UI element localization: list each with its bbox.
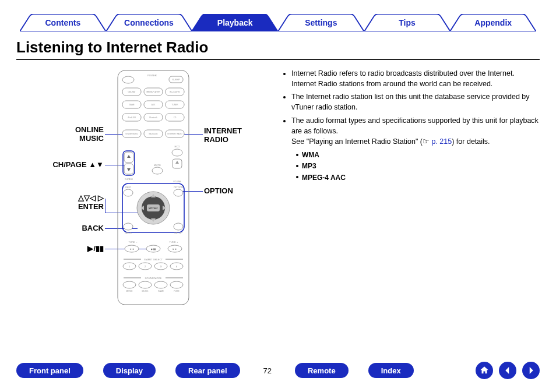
- svg-text:TUNER: TUNER: [172, 104, 179, 106]
- footer-button-remote[interactable]: Remote: [295, 363, 349, 378]
- svg-text:VOLUME: VOLUME: [173, 181, 181, 183]
- svg-text:AUX: AUX: [152, 104, 156, 106]
- svg-text:GAME: GAME: [129, 104, 134, 106]
- footer-nav: Front panelDisplayRear panel 72 RemoteIn…: [16, 362, 540, 379]
- body-text: Internet Radio refers to radio broadcast…: [283, 68, 540, 319]
- svg-text:MEDIA PLAYER: MEDIA PLAYER: [146, 91, 160, 93]
- tab-connections[interactable]: Connections: [106, 14, 192, 31]
- prev-icon[interactable]: [499, 362, 516, 379]
- page-title: Listening to Internet Radio: [16, 38, 540, 56]
- top-tabs: ContentsConnectionsPlaybackSettingsTipsA…: [16, 14, 540, 31]
- svg-text:iPod/USB: iPod/USB: [128, 116, 136, 119]
- tab-appendix[interactable]: Appendix: [450, 14, 536, 31]
- svg-text:SETUP: SETUP: [174, 231, 182, 234]
- format-mpeg-4-aac: MPEG-4 AAC: [296, 173, 540, 183]
- footer-button-display[interactable]: Display: [103, 363, 156, 378]
- svg-point-73: [123, 281, 136, 288]
- callout-playpause: ▶/▮▮: [16, 244, 104, 253]
- svg-text:►►: ►►: [173, 248, 177, 250]
- svg-point-41: [124, 189, 133, 196]
- svg-text:BACK: BACK: [125, 231, 132, 234]
- svg-point-1: [122, 76, 134, 83]
- svg-text:TUNE –: TUNE –: [129, 241, 138, 243]
- footer-button-front-panel[interactable]: Front panel: [16, 363, 83, 378]
- svg-text:◄◄: ◄◄: [129, 248, 134, 250]
- svg-text:OPTION: OPTION: [174, 186, 183, 189]
- callout-option: OPTION: [204, 186, 274, 195]
- home-icon[interactable]: [476, 362, 493, 379]
- svg-text:SLEEP: SLEEP: [172, 78, 180, 81]
- remote-illustration-area: ONLINE MUSIC CH/PAGE ▲▼ △▽◁ ▷ ENTER BACK…: [16, 68, 273, 319]
- svg-point-77: [154, 281, 167, 288]
- svg-text:▶/▮▮: ▶/▮▮: [151, 248, 156, 250]
- svg-text:TUNE +: TUNE +: [169, 241, 178, 243]
- svg-text:CD: CD: [174, 116, 177, 119]
- tab-settings[interactable]: Settings: [278, 14, 364, 31]
- svg-text:PURE: PURE: [174, 290, 180, 292]
- svg-text:ENTER: ENTER: [149, 207, 158, 210]
- callout-cursor-enter: △▽◁ ▷ ENTER: [16, 193, 104, 211]
- callout-online-music: ONLINE MUSIC: [16, 125, 104, 143]
- svg-text:MUTE: MUTE: [154, 164, 161, 167]
- svg-text:CH/PAGE: CH/PAGE: [125, 178, 133, 181]
- remote-label-power: POWER: [147, 74, 157, 77]
- callout-back: BACK: [16, 224, 104, 232]
- svg-point-79: [170, 281, 183, 288]
- svg-text:Blu-ray/DVD: Blu-ray/DVD: [170, 91, 180, 93]
- callout-internet-radio: INTERNET RADIO: [204, 126, 274, 144]
- link-page-215[interactable]: p. 215: [431, 137, 452, 146]
- next-icon[interactable]: [522, 362, 540, 379]
- body-bullet-3: The audio format types and specification…: [291, 115, 540, 147]
- page-number: 72: [260, 366, 275, 375]
- heading-rule: [16, 59, 540, 60]
- svg-point-36: [152, 167, 163, 174]
- svg-text:GAME: GAME: [158, 290, 164, 292]
- format-wma: WMA: [296, 150, 540, 160]
- svg-text:CBL/SAT: CBL/SAT: [128, 91, 135, 93]
- svg-text:MOVIE: MOVIE: [126, 290, 133, 292]
- svg-text:MUSIC: MUSIC: [142, 290, 149, 292]
- svg-text:INTERNET RADIO: INTERNET RADIO: [167, 133, 182, 135]
- page-ref-icon: ☞: [423, 137, 430, 146]
- svg-text:SMART SELECT: SMART SELECT: [144, 258, 163, 261]
- tab-playback[interactable]: Playback: [192, 14, 278, 31]
- footer-button-rear-panel[interactable]: Rear panel: [175, 363, 240, 378]
- svg-text:SOUND MODE: SOUND MODE: [145, 277, 162, 280]
- svg-text:ECO: ECO: [174, 145, 180, 148]
- body-bullet-2: The Internet radio station list on this …: [291, 91, 540, 112]
- callout-chpage: CH/PAGE ▲▼: [16, 160, 104, 169]
- svg-point-75: [139, 281, 152, 288]
- svg-point-48: [174, 223, 183, 230]
- svg-text:Bluetooth: Bluetooth: [149, 133, 157, 135]
- svg-point-47: [124, 223, 133, 230]
- body-bullet-1: Internet Radio refers to radio broadcast…: [291, 68, 540, 89]
- tab-contents[interactable]: Contents: [20, 14, 106, 31]
- remote-control-diagram: .s{fill:none;stroke:#808080;stroke-width…: [115, 68, 191, 307]
- svg-text:INFO: INFO: [125, 186, 132, 189]
- svg-text:ONLINE MUSIC: ONLINE MUSIC: [125, 133, 139, 135]
- footer-button-index[interactable]: Index: [368, 363, 414, 378]
- svg-point-33: [172, 149, 182, 156]
- svg-point-42: [174, 189, 183, 196]
- tab-tips[interactable]: Tips: [364, 14, 451, 31]
- svg-text:Bluetooth: Bluetooth: [149, 116, 157, 119]
- format-mp3: MP3: [296, 161, 540, 171]
